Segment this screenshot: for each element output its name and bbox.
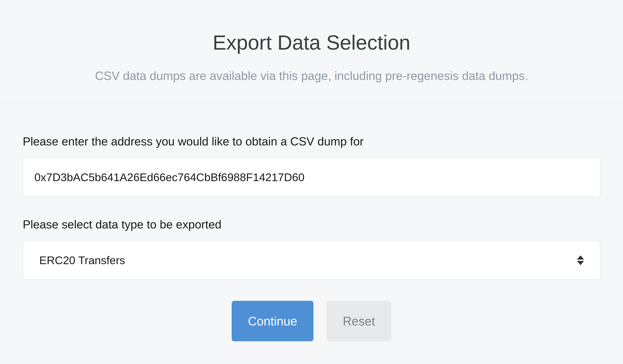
address-label: Please enter the address you would like … <box>23 135 600 148</box>
address-field-group: Please enter the address you would like … <box>23 135 600 197</box>
button-row: Continue Reset <box>23 301 600 341</box>
form-section: Please enter the address you would like … <box>0 102 623 341</box>
datatype-field-group: Please select data type to be exported E… <box>23 218 600 280</box>
datatype-select-wrapper: ERC20 Transfers <box>23 241 600 280</box>
datatype-select[interactable]: ERC20 Transfers <box>23 241 600 280</box>
datatype-label: Please select data type to be exported <box>23 218 600 231</box>
continue-button[interactable]: Continue <box>232 301 313 341</box>
page-subtitle: CSV data dumps are available via this pa… <box>16 69 607 83</box>
page-title: Export Data Selection <box>16 31 607 54</box>
address-input[interactable] <box>23 158 600 197</box>
header-section: Export Data Selection CSV data dumps are… <box>0 0 623 102</box>
reset-button[interactable]: Reset <box>326 301 391 341</box>
